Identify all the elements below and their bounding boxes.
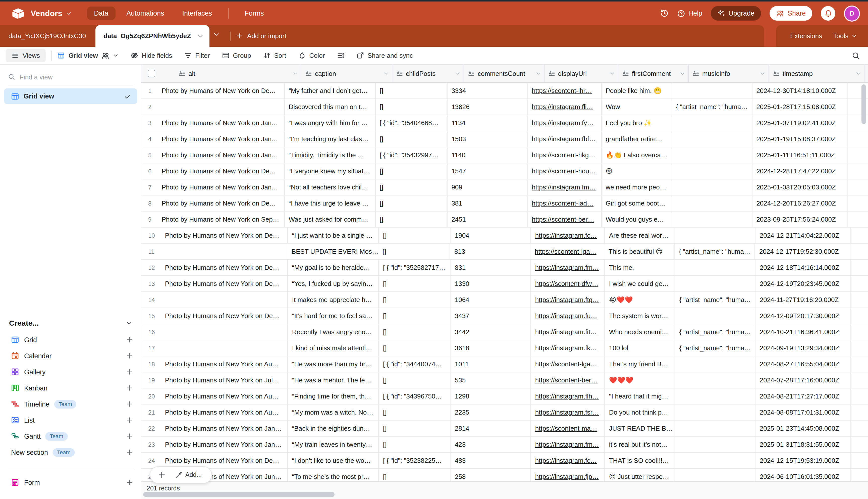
create-item-grid[interactable]: Grid — [0, 332, 141, 348]
url-link[interactable]: https://instagram.fjp… — [535, 473, 599, 480]
sidebar-item-grid-view[interactable]: Grid view — [4, 88, 137, 104]
chevron-down-icon[interactable] — [760, 71, 766, 76]
plus-icon[interactable] — [126, 336, 133, 343]
cell-caption[interactable]: It makes me appreciate h… — [288, 292, 379, 307]
column-header-alt[interactable]: alt — [171, 65, 301, 82]
cell-caption[interactable]: “My father and I don’t get… — [285, 83, 375, 98]
cell-musicInfo[interactable] — [675, 260, 756, 276]
cell-alt[interactable]: Photo by Humans of New York on De… — [158, 260, 288, 276]
cell-displayUrl[interactable]: https://instagram.ftg… — [531, 292, 605, 307]
plus-icon[interactable] — [126, 433, 133, 440]
cell-commentsCount[interactable]: 1904 — [451, 228, 531, 243]
cell-displayUrl[interactable]: https://instagram.fk… — [531, 340, 605, 356]
cell-musicInfo[interactable] — [672, 83, 752, 98]
vertical-scrollbar[interactable] — [861, 84, 866, 124]
cell-childPosts[interactable]: [ { "id": "35404668… — [375, 115, 447, 131]
cell-musicInfo[interactable] — [675, 308, 756, 324]
cell-alt[interactable]: Photo by Humans of New York on De… — [154, 163, 285, 179]
cell-timestamp[interactable]: 2024-12-15T19:53:19.000Z — [756, 453, 851, 468]
url-link[interactable]: https://scontent-iad… — [532, 199, 594, 207]
cell-childPosts[interactable]: [] — [379, 437, 451, 452]
cell-musicInfo[interactable] — [675, 469, 756, 482]
cell-displayUrl[interactable]: https://instagram.fit… — [531, 324, 605, 340]
cell-timestamp[interactable]: 2024-12-09T20:17:30.000Z — [756, 308, 851, 324]
cell-alt[interactable]: Photo by Humans of New York on De… — [158, 276, 288, 291]
cell-commentsCount[interactable]: 13826 — [447, 99, 528, 114]
url-link[interactable]: https://scontent-lhr… — [532, 87, 592, 95]
cell-musicInfo[interactable] — [672, 131, 752, 147]
workspace-switcher[interactable]: Vendors — [30, 9, 72, 18]
cell-musicInfo[interactable] — [675, 276, 756, 291]
cell-musicInfo[interactable] — [672, 195, 752, 211]
cell-displayUrl[interactable]: https://scontent-hkg… — [528, 147, 602, 163]
url-link[interactable]: https://instagram.fm… — [532, 183, 595, 191]
cell-firstComment[interactable]: 😭❤️❤️ — [605, 292, 675, 307]
cell-timestamp[interactable]: 2025-01-28T17:15:08.000Z — [752, 99, 848, 114]
url-link[interactable]: https://scontent-lga… — [535, 360, 597, 368]
cell-musicInfo[interactable] — [675, 373, 756, 388]
cell-commentsCount[interactable]: 1011 — [451, 356, 531, 372]
url-link[interactable]: https://scontent-ber… — [532, 216, 594, 223]
cell-timestamp[interactable]: 2025-01-03T20:05:03.000Z — [752, 179, 848, 195]
url-link[interactable]: https://instagram.ftg… — [535, 296, 599, 304]
cell-timestamp[interactable]: 2024-12-20T16:26:27.000Z — [752, 195, 848, 211]
cell-childPosts[interactable]: [ { "id": "352582717… — [379, 260, 451, 276]
column-header-firstComment[interactable]: firstComment — [618, 65, 689, 82]
url-link[interactable]: https://scontent-lga… — [535, 248, 596, 255]
cell-childPosts[interactable]: [] — [375, 195, 447, 211]
cell-timestamp[interactable]: 2023-09-25T17:56:24.000Z — [752, 211, 848, 227]
cell-childPosts[interactable]: [] — [379, 308, 451, 324]
cell-displayUrl[interactable]: https://scontent-iad… — [528, 195, 602, 211]
cell-commentsCount[interactable]: 483 — [451, 453, 531, 468]
url-link[interactable]: https://instagram.fc… — [535, 457, 597, 464]
cell-caption[interactable]: “He was a mentor. The le… — [288, 373, 379, 388]
cell-commentsCount[interactable]: 535 — [451, 373, 531, 388]
cell-caption[interactable]: BEST UPDATE EVER! Mos… — [288, 244, 379, 259]
cell-caption[interactable]: “It’s hard for me to feel sa… — [288, 308, 379, 324]
upgrade-button[interactable]: Upgrade — [711, 6, 761, 21]
cell-commentsCount[interactable]: 3618 — [451, 340, 531, 356]
cell-alt[interactable]: Photo by Humans of New York on Au… — [158, 356, 288, 372]
cell-caption[interactable]: “I was angry with him for … — [285, 115, 375, 131]
cell-firstComment[interactable]: JUST READ THE B… — [605, 421, 675, 436]
cell-timestamp[interactable]: 2024-12-19T20:23:45.000Z — [756, 276, 851, 291]
create-item-form[interactable]: Form — [0, 474, 141, 490]
cell-commentsCount[interactable]: 1547 — [447, 163, 528, 179]
select-all-checkbox[interactable] — [148, 70, 155, 77]
cell-musicInfo[interactable] — [675, 453, 756, 468]
cell-musicInfo[interactable]: { "artist_name": "huma… — [675, 244, 755, 259]
cell-timestamp[interactable]: 2024-09-19T13:29:34.000Z — [756, 340, 851, 356]
cell-commentsCount[interactable]: 1330 — [451, 276, 531, 291]
history-icon[interactable] — [660, 9, 669, 17]
plus-icon[interactable] — [126, 417, 133, 424]
cell-commentsCount[interactable]: 1134 — [447, 115, 528, 131]
cell-firstComment[interactable]: Wow — [602, 99, 672, 114]
search-icon[interactable] — [852, 51, 860, 60]
cell-musicInfo[interactable] — [675, 388, 756, 404]
share-and-sync-button[interactable]: Share and sync — [356, 52, 413, 59]
cell-musicInfo[interactable] — [672, 115, 752, 131]
cell-alt[interactable] — [158, 340, 288, 356]
cell-timestamp[interactable]: 2024-08-21T17:27:17.000Z — [756, 388, 851, 404]
cell-displayUrl[interactable]: https://scontent-hou… — [528, 163, 602, 179]
cell-firstComment[interactable]: That’s my friend B… — [605, 356, 675, 372]
cell-musicInfo[interactable] — [675, 356, 756, 372]
cell-childPosts[interactable]: [ { "id": "34396750… — [379, 388, 451, 404]
cell-caption[interactable]: “I don’t like to use the wo… — [288, 453, 379, 468]
nav-tab-interfaces[interactable]: Interfaces — [175, 7, 219, 20]
cell-commentsCount[interactable]: 2814 — [451, 421, 531, 436]
cell-firstComment[interactable]: Do you not think p… — [605, 404, 675, 420]
cell-childPosts[interactable]: [] — [379, 404, 451, 420]
cell-timestamp[interactable]: 2024-12-21T14:04:22.000Z — [756, 228, 851, 243]
cell-displayUrl[interactable]: https://instagram.flh… — [531, 388, 605, 404]
url-link[interactable]: https://instagram.flh… — [535, 392, 599, 400]
cell-firstComment[interactable]: I wish we could ge… — [605, 276, 675, 291]
url-link[interactable]: https://scontent-dfw… — [535, 280, 598, 288]
cell-timestamp[interactable]: 2025-01-07T19:02:41.000Z — [752, 115, 848, 131]
cell-commentsCount[interactable]: 2235 — [451, 404, 531, 420]
plus-icon[interactable] — [126, 449, 133, 456]
plus-icon[interactable] — [126, 368, 133, 375]
cell-childPosts[interactable]: [ { "id": "35432997… — [375, 147, 447, 163]
cell-timestamp[interactable]: 2024-11-27T19:16:20.000Z — [756, 292, 851, 307]
cell-alt[interactable] — [158, 244, 288, 259]
